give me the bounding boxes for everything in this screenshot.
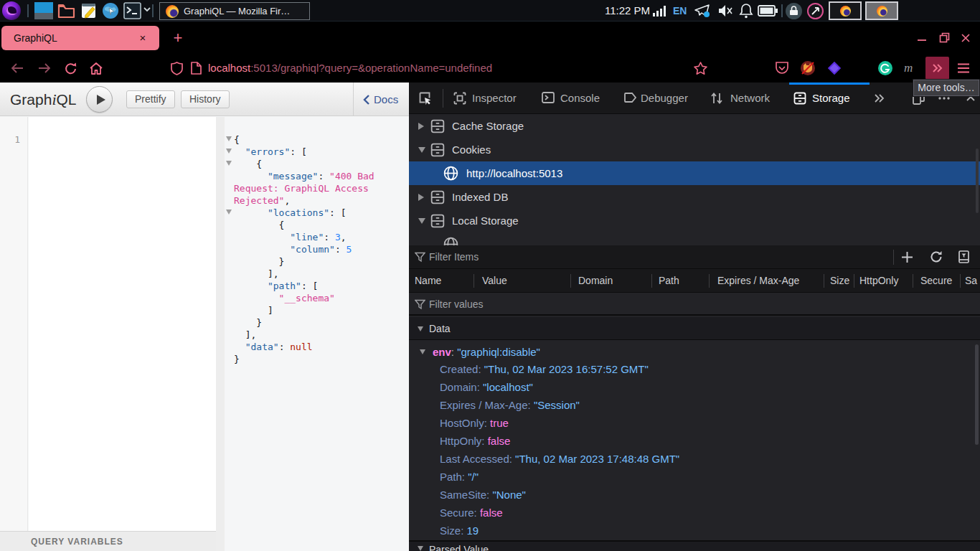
query-editor[interactable] bbox=[29, 117, 216, 551]
column-separator[interactable] bbox=[960, 274, 961, 288]
workspace-pager[interactable] bbox=[34, 2, 53, 13]
add-item-icon[interactable] bbox=[901, 251, 913, 263]
column-value[interactable]: Value bbox=[482, 269, 507, 293]
scrollbar-thumb[interactable] bbox=[975, 344, 979, 445]
column-samesite[interactable]: Sa bbox=[965, 269, 977, 293]
restore-button[interactable] bbox=[935, 30, 953, 46]
window-preview-2[interactable] bbox=[865, 1, 898, 20]
extension-diamond-icon[interactable] bbox=[825, 59, 844, 77]
cookie-prop-row[interactable]: Path: "/" bbox=[440, 468, 679, 486]
column-separator[interactable] bbox=[913, 274, 913, 288]
column-separator[interactable] bbox=[854, 274, 854, 288]
terminal-icon[interactable] bbox=[123, 2, 141, 19]
close-button[interactable] bbox=[956, 30, 975, 46]
fold-arrow-icon[interactable] bbox=[226, 136, 232, 142]
docs-link[interactable]: Docs bbox=[363, 83, 398, 116]
column-separator[interactable] bbox=[709, 274, 710, 288]
cookie-prop-row[interactable]: HostOnly: true bbox=[440, 414, 679, 432]
screen-lock-icon[interactable] bbox=[786, 3, 802, 19]
delete-session-cookies-icon[interactable] bbox=[958, 250, 969, 263]
pane-divider[interactable] bbox=[216, 117, 225, 551]
bookmark-star-icon[interactable] bbox=[691, 59, 710, 77]
console-tab-icon[interactable] bbox=[542, 92, 555, 103]
back-button[interactable] bbox=[8, 59, 27, 77]
workspace-pager-2[interactable] bbox=[34, 13, 53, 19]
grammarly-icon[interactable] bbox=[876, 59, 895, 77]
tree-scrollbar[interactable] bbox=[976, 149, 979, 213]
cookie-prop-row[interactable]: Created: "Thu, 02 Mar 2023 16:57:52 GMT" bbox=[440, 360, 679, 378]
overflow-menu-button[interactable] bbox=[925, 57, 949, 80]
hamburger-menu-icon[interactable] bbox=[954, 59, 973, 77]
column-httponly[interactable]: HttpOnly bbox=[859, 269, 898, 293]
tab-debugger[interactable]: Debugger bbox=[641, 83, 688, 114]
tab-console[interactable]: Console bbox=[560, 83, 600, 114]
compass-icon[interactable] bbox=[807, 3, 824, 19]
notifications-bell-icon[interactable] bbox=[739, 3, 753, 19]
tree-item-cookies[interactable]: Cookies bbox=[409, 138, 980, 161]
tree-item-local-storage[interactable]: Local Storage bbox=[409, 209, 980, 232]
fold-arrow-icon[interactable] bbox=[226, 149, 232, 154]
home-button[interactable] bbox=[87, 59, 105, 77]
column-separator[interactable] bbox=[570, 274, 571, 288]
column-separator[interactable] bbox=[651, 274, 652, 288]
column-expires[interactable]: Expires / Max-Age bbox=[717, 269, 799, 293]
chevron-down-icon[interactable] bbox=[418, 326, 423, 331]
chevron-right-icon[interactable] bbox=[418, 123, 424, 130]
cookie-prop-row[interactable]: Size: 19 bbox=[440, 522, 679, 540]
chevron-down-icon[interactable] bbox=[418, 218, 425, 224]
chevron-down-icon[interactable] bbox=[420, 349, 425, 354]
refresh-icon[interactable] bbox=[930, 250, 943, 263]
fold-arrow-icon[interactable] bbox=[226, 209, 232, 215]
tree-item-indexed-db[interactable]: Indexed DB bbox=[409, 185, 980, 209]
tab-close-icon[interactable]: × bbox=[136, 32, 149, 44]
tree-item-host-selected[interactable]: http://localhost:5013 bbox=[409, 161, 980, 185]
tab-graphiql[interactable]: GraphiQL × bbox=[1, 26, 159, 50]
site-info-icon[interactable] bbox=[187, 59, 205, 77]
reload-button[interactable] bbox=[61, 59, 80, 77]
forward-button[interactable] bbox=[35, 59, 54, 77]
window-preview-1[interactable] bbox=[829, 1, 862, 20]
tab-inspector[interactable]: Inspector bbox=[472, 83, 517, 114]
column-separator[interactable] bbox=[824, 274, 824, 288]
cookie-prop-row[interactable]: Secure: false bbox=[440, 504, 679, 522]
cookie-env-row[interactable]: env: "graphiql:disable" bbox=[433, 343, 540, 361]
keyboard-layout[interactable]: EN bbox=[673, 0, 687, 22]
column-name[interactable]: Name bbox=[415, 269, 441, 293]
clock[interactable]: 11:22 PM bbox=[605, 0, 650, 22]
tab-storage[interactable]: Storage bbox=[812, 83, 850, 114]
fold-arrow-icon[interactable] bbox=[226, 161, 232, 166]
column-secure[interactable]: Secure bbox=[920, 269, 952, 293]
column-domain[interactable]: Domain bbox=[578, 269, 613, 293]
cookie-prop-row[interactable]: HttpOnly: false bbox=[440, 432, 679, 450]
column-size[interactable]: Size bbox=[830, 269, 849, 293]
tree-item-cache-storage[interactable]: Cache Storage bbox=[409, 114, 980, 138]
terminal-dropdown-icon[interactable] bbox=[143, 7, 151, 13]
query-variables-bar[interactable]: QUERY VARIABLES bbox=[0, 531, 216, 551]
network-signal-icon[interactable] bbox=[653, 6, 667, 17]
column-path[interactable]: Path bbox=[659, 269, 679, 293]
filter-items-input[interactable]: Filter Items bbox=[429, 245, 479, 269]
prettify-button[interactable]: Prettify bbox=[126, 90, 175, 108]
history-button[interactable]: History bbox=[181, 90, 230, 108]
more-tabs-icon[interactable] bbox=[874, 93, 885, 103]
battery-icon[interactable] bbox=[758, 5, 778, 17]
filter-values-input[interactable]: Filter values bbox=[429, 293, 483, 316]
extension-m-icon[interactable]: m bbox=[904, 59, 918, 77]
tree-item-host-partial[interactable] bbox=[409, 232, 980, 245]
new-tab-button[interactable]: + bbox=[168, 28, 188, 48]
chevron-down-icon[interactable] bbox=[418, 546, 423, 551]
storage-tab-icon[interactable] bbox=[793, 92, 806, 105]
tracking-shield-icon[interactable] bbox=[167, 59, 186, 77]
cookie-prop-row[interactable]: Domain: "localhost" bbox=[440, 378, 679, 396]
data-section-header[interactable]: Data bbox=[409, 317, 980, 340]
debugger-tab-icon[interactable] bbox=[624, 92, 637, 103]
telegram-icon[interactable] bbox=[694, 4, 710, 18]
cookie-prop-row[interactable]: SameSite: "None" bbox=[440, 486, 679, 504]
minimize-button[interactable] bbox=[913, 30, 931, 46]
kali-menu-icon[interactable] bbox=[2, 1, 21, 20]
devtools-menu-icon[interactable] bbox=[938, 97, 950, 100]
url-bar[interactable]: localhost:5013/graphiql?query=&operation… bbox=[208, 53, 492, 83]
column-separator[interactable] bbox=[473, 274, 474, 288]
execute-button[interactable] bbox=[86, 86, 113, 113]
parsed-value-header[interactable]: Parsed Value bbox=[409, 540, 980, 551]
